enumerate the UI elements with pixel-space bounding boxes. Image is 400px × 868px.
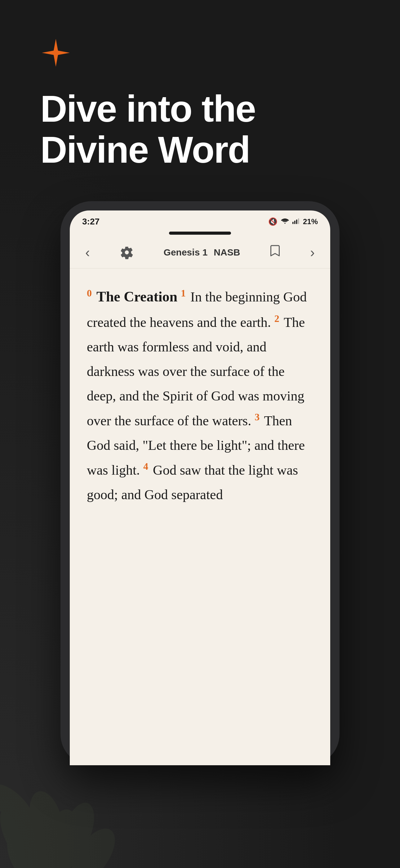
- phone-status-bar: 3:27 🔇: [70, 211, 330, 230]
- translation-label: NASB: [214, 247, 240, 258]
- status-time: 3:27: [82, 217, 100, 227]
- app-navigation: ‹ Genesis 1 NASB ›: [70, 237, 330, 269]
- chapter-selector[interactable]: Genesis 1 NASB: [164, 247, 240, 258]
- verse-2-text: The earth was formless and void, and dar…: [87, 314, 305, 428]
- wifi-icon: [280, 217, 289, 226]
- status-icons: 🔇: [268, 217, 318, 226]
- phone-mockup-wrapper: 3:27 🔇: [40, 201, 360, 765]
- phone-notch: [70, 230, 330, 237]
- main-content: Dive into the Divine Word 3:27 🔇: [0, 0, 400, 796]
- mute-icon: 🔇: [268, 217, 277, 226]
- bookmark-button[interactable]: [269, 244, 280, 260]
- signal-icon: [292, 217, 300, 226]
- bible-text-area: 0 The Creation 1 In the beginning God cr…: [70, 269, 330, 765]
- battery-text: 21%: [303, 217, 318, 226]
- verse-number-2: 2: [274, 313, 279, 324]
- section-number: 0: [87, 287, 92, 299]
- main-headline: Dive into the Divine Word: [40, 88, 360, 170]
- svg-rect-13: [298, 219, 299, 224]
- bible-text-passage: 0 The Creation 1 In the beginning God cr…: [87, 284, 313, 507]
- phone-notch-pill: [169, 231, 231, 235]
- sparkle-icon: [40, 37, 360, 88]
- forward-button[interactable]: ›: [310, 245, 315, 260]
- verse-number-1: 1: [181, 287, 186, 299]
- settings-button[interactable]: [120, 245, 134, 260]
- phone-mockup: 3:27 🔇: [61, 201, 339, 765]
- chapter-label: Genesis 1: [164, 247, 208, 258]
- verse-number-4: 4: [143, 461, 148, 472]
- svg-point-9: [284, 223, 286, 224]
- section-heading: The Creation: [96, 289, 177, 305]
- verse-number-3: 3: [255, 411, 260, 423]
- svg-rect-12: [296, 219, 297, 224]
- back-button[interactable]: ‹: [85, 245, 90, 260]
- svg-rect-11: [294, 221, 296, 224]
- svg-rect-10: [292, 222, 294, 224]
